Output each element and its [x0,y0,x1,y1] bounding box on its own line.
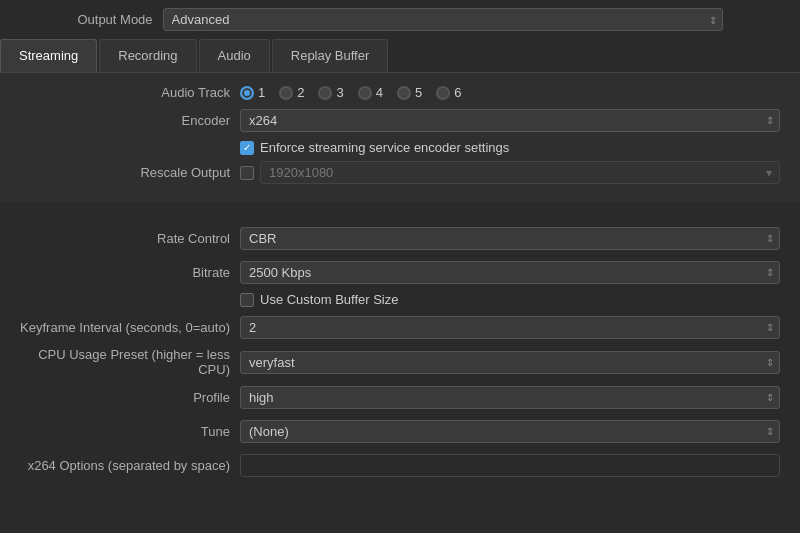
radio-3[interactable] [318,86,332,100]
track-option-2[interactable]: 2 [279,85,304,100]
track-option-4[interactable]: 4 [358,85,383,100]
encoder-select[interactable]: x264 [240,109,780,132]
output-mode-select-wrapper[interactable]: Advanced [163,8,723,31]
profile-select[interactable]: high [240,386,780,409]
x264-options-input[interactable] [240,454,780,477]
keyframe-label: Keyframe Interval (seconds, 0=auto) [20,320,240,335]
radio-4[interactable] [358,86,372,100]
output-mode-select[interactable]: Advanced [163,8,723,31]
tune-wrapper[interactable]: (None) [240,420,780,443]
radio-5[interactable] [397,86,411,100]
output-mode-bar: Output Mode Advanced [0,0,800,39]
tab-streaming[interactable]: Streaming [0,39,97,72]
profile-wrapper[interactable]: high [240,386,780,409]
track-label-5: 5 [415,85,422,100]
track-label-1: 1 [258,85,265,100]
bitrate-select[interactable]: 2500 Kbps [240,261,780,284]
profile-row: Profile high [20,383,780,411]
track-label-3: 3 [336,85,343,100]
cpu-preset-label: CPU Usage Preset (higher = less CPU) [20,347,240,377]
tune-label: Tune [20,424,240,439]
track-options: 1 2 3 4 5 6 [240,85,461,100]
rescale-label: Rescale Output [20,165,240,180]
custom-buffer-checkbox[interactable] [240,293,254,307]
rate-control-select[interactable]: CBR [240,227,780,250]
bitrate-wrapper[interactable]: 2500 Kbps [240,261,780,284]
keyframe-wrapper[interactable]: 2 [240,316,780,339]
bitrate-row: Bitrate 2500 Kbps [20,258,780,286]
audio-track-row: Audio Track 1 2 3 4 5 [20,85,780,100]
track-option-1[interactable]: 1 [240,85,265,100]
tab-recording[interactable]: Recording [99,39,196,72]
content-section2: Rate Control CBR Bitrate 2500 Kbps Use C… [0,214,800,495]
track-label-6: 6 [454,85,461,100]
track-option-6[interactable]: 6 [436,85,461,100]
rescale-select[interactable]: 1920x1080 [260,161,780,184]
bitrate-label: Bitrate [20,265,240,280]
audio-track-label: Audio Track [20,85,240,100]
cpu-preset-row: CPU Usage Preset (higher = less CPU) ver… [20,347,780,377]
track-label-4: 4 [376,85,383,100]
enforce-checkbox-row: ✓ Enforce streaming service encoder sett… [20,140,780,155]
track-option-5[interactable]: 5 [397,85,422,100]
rate-control-wrapper[interactable]: CBR [240,227,780,250]
tabs-bar: Streaming Recording Audio Replay Buffer [0,39,800,73]
rate-control-row: Rate Control CBR [20,224,780,252]
section-divider [0,202,800,214]
keyframe-row: Keyframe Interval (seconds, 0=auto) 2 [20,313,780,341]
custom-buffer-checkbox-row: Use Custom Buffer Size [20,292,780,307]
rate-control-label: Rate Control [20,231,240,246]
rescale-select-wrapper[interactable]: 1920x1080 [260,161,780,184]
keyframe-select[interactable]: 2 [240,316,780,339]
encoder-label: Encoder [20,113,240,128]
tune-select[interactable]: (None) [240,420,780,443]
radio-2[interactable] [279,86,293,100]
tab-replay-buffer[interactable]: Replay Buffer [272,39,389,72]
cpu-preset-wrapper[interactable]: veryfast [240,351,780,374]
encoder-row: Encoder x264 [20,106,780,134]
enforce-checkbox-label: Enforce streaming service encoder settin… [260,140,509,155]
radio-6[interactable] [436,86,450,100]
x264-options-control [240,454,780,477]
content-section1: Audio Track 1 2 3 4 5 [0,73,800,202]
tab-audio[interactable]: Audio [199,39,270,72]
rescale-checkbox[interactable] [240,166,254,180]
x264-options-label: x264 Options (separated by space) [20,458,240,473]
track-label-2: 2 [297,85,304,100]
tune-row: Tune (None) [20,417,780,445]
encoder-select-wrapper[interactable]: x264 [240,109,780,132]
radio-1[interactable] [240,86,254,100]
profile-label: Profile [20,390,240,405]
output-mode-label: Output Mode [77,12,152,27]
rescale-row: Rescale Output 1920x1080 [20,161,780,184]
track-option-3[interactable]: 3 [318,85,343,100]
cpu-preset-select[interactable]: veryfast [240,351,780,374]
x264-options-row: x264 Options (separated by space) [20,451,780,479]
custom-buffer-label: Use Custom Buffer Size [260,292,398,307]
enforce-checkbox[interactable]: ✓ [240,141,254,155]
